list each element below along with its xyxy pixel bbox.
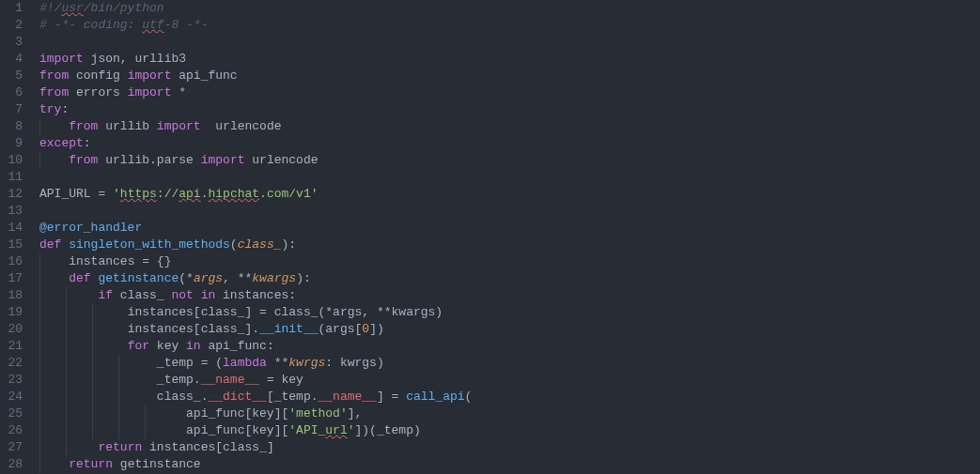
code-token: instances: [215, 288, 288, 302]
code-token: ][: [274, 406, 289, 420]
indent-guide: [39, 372, 40, 389]
code-token: (: [230, 237, 238, 252]
code-line[interactable]: API_URL = 'https://api.hipchat.com/v1': [39, 186, 472, 203]
code-token: [: [194, 322, 201, 336]
code-token: class_: [238, 237, 282, 252]
code-line[interactable]: import json, urllib3: [39, 51, 472, 68]
code-token: :: [267, 339, 274, 353]
indent-whitespace: [39, 288, 98, 302]
line-number: 1: [8, 0, 23, 17]
indent-guide: [92, 422, 93, 439]
indent-whitespace: [39, 373, 157, 387]
indent-guide: [39, 389, 40, 405]
code-line[interactable]: api_func[key]['method'],: [39, 405, 472, 422]
code-line[interactable]: api_func[key]['API_url'])(_temp): [39, 422, 472, 439]
code-line[interactable]: return getinstance: [39, 456, 472, 473]
code-line[interactable]: # -*- coding: utf-8 -*-: [39, 17, 472, 34]
line-number: 23: [8, 372, 23, 389]
code-token: parse: [157, 153, 201, 167]
code-line[interactable]: from urllib import urlencode: [39, 118, 472, 135]
code-token: _temp: [377, 423, 413, 437]
code-line[interactable]: try:: [39, 101, 472, 118]
code-line[interactable]: @error_handler: [39, 220, 472, 237]
code-token: try: [39, 102, 61, 116]
code-token: ].: [244, 322, 259, 336]
indent-guide: [145, 405, 146, 422]
code-token: kwargs: [392, 305, 436, 319]
code-line[interactable]: for key in api_func:: [39, 338, 472, 355]
code-token: [: [194, 305, 201, 319]
indent-whitespace: [39, 271, 69, 285]
code-line[interactable]: def singleton_with_methods(class_):: [39, 237, 472, 253]
indent-guide: [92, 389, 93, 405]
code-line[interactable]: [39, 34, 472, 51]
code-token: =: [98, 187, 113, 201]
code-line[interactable]: except:: [39, 135, 472, 152]
code-line[interactable]: class_.__dict__[_temp.__name__] = call_a…: [39, 389, 472, 405]
code-token: getinstance: [113, 457, 201, 471]
code-token: #!/: [39, 1, 61, 15]
indent-guide: [39, 456, 40, 473]
code-line[interactable]: #!/usr/bin/python: [39, 0, 472, 17]
line-number: 9: [8, 135, 23, 152]
code-token: instances: [142, 440, 215, 454]
line-number: 2: [8, 17, 23, 34]
code-token: ,: [120, 52, 135, 66]
code-token: api: [179, 187, 200, 201]
indent-whitespace: [39, 406, 186, 420]
code-token: /bin/python: [84, 1, 164, 15]
code-token: :: [84, 136, 91, 150]
code-token: instances: [69, 254, 142, 268]
code-line[interactable]: instances = {}: [39, 253, 472, 270]
code-token: args: [325, 322, 354, 336]
code-token: :: [325, 356, 340, 370]
code-token: [: [267, 390, 274, 404]
indent-guide: [39, 118, 40, 135]
indent-guide: [39, 253, 40, 270]
indent-guide: [118, 389, 119, 405]
code-line[interactable]: [39, 169, 472, 186]
code-token: ]: [267, 440, 274, 454]
indent-guide: [39, 321, 40, 338]
code-line[interactable]: instances[class_].__init__(args[0]): [39, 321, 472, 338]
code-line[interactable]: if class_ not in instances:: [39, 287, 472, 304]
code-token: hipchat: [208, 187, 259, 201]
code-token: urllib: [98, 119, 156, 133]
indent-whitespace: [39, 423, 186, 437]
code-line[interactable]: [39, 203, 472, 220]
code-line[interactable]: _temp = (lambda **kwrgs: kwrgs): [39, 355, 472, 372]
code-line[interactable]: _temp.__name__ = key: [39, 372, 472, 389]
line-number: 16: [8, 253, 23, 270]
code-token: :: [288, 288, 296, 302]
code-token: getinstance: [98, 271, 179, 285]
code-token: errors: [69, 85, 127, 99]
indent-guide: [92, 304, 93, 321]
code-token: from: [39, 69, 69, 83]
line-number: 24: [8, 389, 23, 405]
code-token: ):: [281, 237, 296, 252]
code-line[interactable]: from urllib.parse import urlencode: [39, 152, 472, 169]
code-token: import: [201, 153, 245, 167]
indent-guide: [39, 152, 40, 169]
indent-guide: [118, 422, 119, 439]
code-token: kwrgs: [288, 356, 325, 370]
code-token: 'API_: [288, 423, 325, 437]
line-number: 6: [8, 84, 23, 101]
code-area[interactable]: #!/usr/bin/python# -*- coding: utf-8 -*-…: [36, 0, 472, 474]
code-line[interactable]: instances[class_] = class_(*args, **kwar…: [39, 304, 472, 321]
code-token: api_func: [201, 339, 267, 353]
indent-guide: [39, 287, 40, 304]
line-number: 15: [8, 237, 23, 253]
code-line[interactable]: from errors import *: [39, 84, 472, 101]
line-number: 14: [8, 220, 23, 237]
code-line[interactable]: def getinstance(*args, **kwargs):: [39, 270, 472, 287]
indent-guide: [39, 355, 40, 372]
code-token: _temp: [274, 390, 311, 404]
code-token: ): [377, 356, 384, 370]
code-editor[interactable]: 1234567891011121314151617181920212223242…: [0, 0, 980, 474]
indent-guide: [66, 321, 67, 338]
code-token: __dict__: [208, 390, 266, 404]
code-line[interactable]: return instances[class_]: [39, 439, 472, 456]
code-line[interactable]: from config import api_func: [39, 68, 472, 84]
code-token: , **: [223, 271, 252, 285]
